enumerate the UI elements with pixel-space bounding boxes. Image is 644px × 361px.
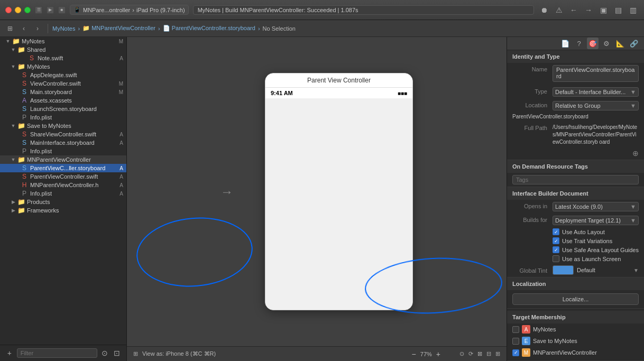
- aspect-icon[interactable]: ⊠: [477, 350, 482, 357]
- inspector-tab-help[interactable]: ?: [573, 38, 585, 49]
- name-field[interactable]: ParentViewController.storyboard: [553, 65, 639, 82]
- builds-for-select[interactable]: Deployment Target (12.1) ▼: [553, 216, 639, 225]
- sidebar-item-parentvc-swift[interactable]: S ParentViewController.swift A: [0, 172, 126, 181]
- breadcrumb-folder[interactable]: 📁 MNParentViewController: [82, 25, 155, 32]
- constraint-icon[interactable]: ⊙: [459, 350, 464, 357]
- opens-in-select[interactable]: Latest Xcode (9.0) ▼: [553, 202, 639, 211]
- align-icon[interactable]: ⊞: [495, 350, 500, 357]
- grid-view-button[interactable]: ⊞: [4, 23, 16, 34]
- sidebar-item-main-storyboard[interactable]: S Main.storyboard M: [0, 88, 126, 96]
- location-value: Relative to Group ▼: [553, 101, 639, 110]
- zoom-in-button[interactable]: +: [436, 350, 440, 358]
- target-mnparent-checkbox[interactable]: ✓: [512, 349, 519, 356]
- root-arrow[interactable]: ▼: [4, 39, 12, 44]
- save-folder-label: Save to MyNotes: [27, 123, 126, 129]
- assets-label: Assets.xcassets: [30, 97, 126, 104]
- tags-input[interactable]: [512, 175, 639, 184]
- canvas-content[interactable]: → Parent View Controller 9:41 AM ■■■: [127, 37, 507, 346]
- sidebar-item-appdelegate[interactable]: S AppDelegate.swift: [0, 71, 126, 79]
- type-select[interactable]: Default - Interface Builder... ▼: [553, 87, 639, 97]
- trait-variations-checkbox[interactable]: ✓: [553, 237, 559, 244]
- view-controller-frame[interactable]: Parent View Controller 9:41 AM ■■■: [265, 73, 413, 310]
- sidebar-item-root[interactable]: ▼ 📁 MyNotes M: [0, 37, 126, 45]
- mynotes-arrow[interactable]: ▼: [10, 64, 17, 69]
- appdelegate-icon: S: [20, 71, 29, 79]
- close-button[interactable]: [5, 7, 12, 13]
- maximize-button[interactable]: [24, 7, 31, 13]
- stop-button[interactable]: ■: [58, 6, 66, 14]
- inspector-tab-file[interactable]: 📄: [559, 38, 571, 49]
- builds-for-label: Builds for: [512, 216, 549, 223]
- back-button[interactable]: ←: [568, 4, 579, 16]
- warning-button[interactable]: ⚠: [553, 4, 565, 16]
- sidebar-item-save-to-mynotes[interactable]: ▼ 📁 Save to MyNotes: [0, 122, 126, 130]
- minimize-button[interactable]: [15, 7, 21, 13]
- sidebar-item-note-swift[interactable]: S Note.swift A: [0, 54, 126, 62]
- builds-for-value: Deployment Target (12.1) ▼: [553, 216, 639, 225]
- launch-screen-checkbox[interactable]: [553, 255, 559, 262]
- save-arrow[interactable]: ▼: [10, 123, 17, 128]
- sidebar-item-info-plist-2[interactable]: P Info.plist: [0, 147, 126, 155]
- inspector-tab-attributes[interactable]: ⚙: [601, 38, 612, 49]
- localize-button[interactable]: Localize...: [512, 293, 639, 305]
- refresh-icon[interactable]: ⟳: [468, 350, 473, 357]
- play-button[interactable]: ▶: [47, 6, 54, 14]
- opens-in-label: Opens in: [512, 202, 549, 209]
- filter-icon[interactable]: ⊙: [99, 347, 110, 359]
- location-select[interactable]: Relative to Group ▼: [553, 101, 639, 110]
- sidebar-item-mynotes-group[interactable]: ▼ 📁 MyNotes: [0, 62, 126, 71]
- zoom-out-button[interactable]: −: [412, 350, 416, 358]
- sidebar-item-assets[interactable]: A Assets.xcassets: [0, 96, 126, 105]
- launchscreen-label: LaunchScreen.storyboard: [30, 106, 126, 112]
- sidebar-item-shared[interactable]: ▼ 📁 Shared: [0, 45, 126, 54]
- identity-type-section: Identity and Type Name ParentViewControl…: [507, 50, 644, 160]
- sidebar-item-launchscreen[interactable]: S LaunchScreen.storyboard: [0, 105, 126, 113]
- target-save-icon: E: [522, 337, 530, 345]
- layout-button-1[interactable]: ▣: [597, 4, 609, 16]
- sidebar-item-frameworks[interactable]: ▶ 📁 Frameworks: [0, 206, 126, 215]
- location-row: Location Relative to Group ▼: [507, 99, 644, 113]
- add-file-button[interactable]: +: [4, 347, 15, 359]
- sidebar-toggle-button[interactable]: ☰: [35, 6, 42, 14]
- grid-icon[interactable]: ⊟: [486, 350, 491, 357]
- sidebar-item-info-plist-1[interactable]: P Info.plist: [0, 113, 126, 122]
- maininterface-label: MainInterface.storyboard: [30, 140, 119, 146]
- global-tint-swatch[interactable]: [553, 265, 574, 275]
- inspector-tab-connections[interactable]: 🔗: [628, 38, 640, 49]
- sidebar-item-parentvc-storyboard[interactable]: S ParentViewC...ller.storyboard A: [0, 164, 126, 172]
- forward-nav-button[interactable]: ›: [32, 23, 43, 34]
- filter-input[interactable]: [17, 348, 97, 358]
- breadcrumb-storyboard[interactable]: 📄 ParentViewController.storyboard: [163, 25, 255, 32]
- back-nav-button[interactable]: ‹: [18, 23, 30, 34]
- vc-title-bar: Parent View Controller: [265, 73, 412, 88]
- forward-button[interactable]: →: [583, 4, 594, 16]
- sidebar-item-mnparent-h[interactable]: H MNParentViewController.h A: [0, 181, 126, 189]
- layout-button-3[interactable]: ▥: [627, 4, 639, 16]
- scheme-selector[interactable]: 📱 MNPare...ontroller › iPad Pro (9.7-inc…: [70, 5, 189, 15]
- record-button[interactable]: ⏺: [538, 4, 550, 16]
- layout-button-2[interactable]: ▤: [612, 4, 624, 16]
- shared-arrow[interactable]: ▼: [10, 47, 17, 52]
- safe-area-checkbox[interactable]: ✓: [553, 246, 559, 253]
- fullpath-plus-icon[interactable]: ⊕: [632, 149, 639, 158]
- target-mynotes-checkbox[interactable]: [512, 326, 519, 333]
- history-button[interactable]: ⊡: [112, 347, 122, 359]
- sidebar-item-maininterface[interactable]: S MainInterface.storyboard A: [0, 138, 126, 147]
- frameworks-arrow[interactable]: ▶: [10, 208, 17, 213]
- inspector-tab-size[interactable]: 📐: [614, 38, 626, 49]
- viewcontroller-icon: S: [20, 80, 29, 87]
- sidebar-item-info-plist-3[interactable]: P Info.plist A: [0, 189, 126, 198]
- sidebar-item-mnparent-folder[interactable]: ▼ 📁 MNParentViewController: [0, 155, 126, 164]
- sidebar-item-viewcontroller[interactable]: S ViewController.swift M: [0, 79, 126, 88]
- name-label: Name: [512, 65, 549, 72]
- target-row-mnparent: ✓ M MNParentViewController: [507, 347, 644, 358]
- breadcrumb-mynotes[interactable]: MyNotes: [52, 25, 75, 32]
- sidebar-item-products[interactable]: ▶ 📁 Products: [0, 198, 126, 206]
- auto-layout-checkbox[interactable]: ✓: [553, 228, 559, 235]
- products-arrow[interactable]: ▶: [10, 199, 17, 205]
- sidebar-item-sharevc[interactable]: S ShareViewController.swift A: [0, 130, 126, 138]
- target-save-checkbox[interactable]: [512, 338, 519, 345]
- canvas-bottom-icon-1[interactable]: ⊞: [133, 350, 138, 357]
- mnparent-arrow[interactable]: ▼: [10, 157, 17, 162]
- inspector-tab-identity[interactable]: 🎯: [587, 38, 599, 49]
